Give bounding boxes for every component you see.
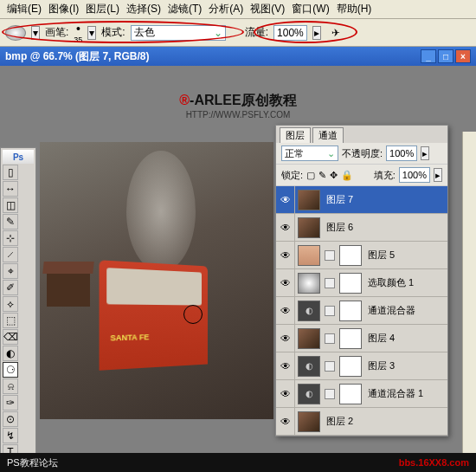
- link-icon: [325, 306, 335, 316]
- tool-button[interactable]: ◫: [3, 197, 18, 213]
- lock-pixels-icon[interactable]: ✎: [318, 170, 326, 181]
- menu-item[interactable]: 编辑(E): [3, 0, 45, 18]
- tool-button[interactable]: ↔: [3, 181, 18, 197]
- tab-layers[interactable]: 图层: [280, 127, 311, 143]
- layer-name[interactable]: 图层 3: [364, 359, 447, 372]
- tool-button[interactable]: ✐: [3, 280, 18, 295]
- visibility-toggle[interactable]: 👁: [276, 186, 295, 213]
- tool-button[interactable]: ⊹: [3, 230, 18, 246]
- tool-preset-dropdown[interactable]: ▾: [31, 26, 40, 40]
- layer-row[interactable]: 👁◐通道混合器: [276, 297, 447, 325]
- tool-button[interactable]: ⌖: [3, 263, 18, 279]
- visibility-toggle[interactable]: 👁: [276, 352, 295, 379]
- menu-item[interactable]: 帮助(H): [333, 0, 376, 18]
- tab-channels[interactable]: 通道: [312, 127, 344, 143]
- mode-select[interactable]: 去色 ⌄: [131, 25, 226, 41]
- layer-thumbnail[interactable]: [339, 384, 362, 404]
- layer-thumbnail[interactable]: ◐: [298, 301, 320, 321]
- layer-row[interactable]: 👁图层 7: [276, 186, 447, 214]
- tool-button[interactable]: ⍾: [3, 378, 18, 394]
- canvas-area: ®-ARLEE原创教程 HTTP://WWW.PSFLY.COM Ps ▯↔◫✎…: [0, 66, 476, 472]
- layer-thumbnail[interactable]: [298, 328, 320, 349]
- tool-button[interactable]: ⬚: [3, 313, 18, 328]
- fill-value: 100%: [402, 170, 427, 180]
- flow-input[interactable]: 100%: [273, 25, 307, 41]
- close-button[interactable]: ×: [455, 49, 471, 63]
- layer-row[interactable]: 👁图层 5: [276, 242, 447, 269]
- layer-name[interactable]: 图层 2: [323, 415, 447, 428]
- layer-name[interactable]: 图层 7: [323, 193, 447, 206]
- layer-name[interactable]: 图层 4: [364, 332, 447, 345]
- layer-name[interactable]: 通道混合器: [364, 304, 447, 317]
- layer-row[interactable]: 👁◐通道混合器 1: [276, 380, 447, 408]
- visibility-toggle[interactable]: 👁: [276, 269, 295, 296]
- menu-item[interactable]: 窗口(W): [288, 0, 332, 18]
- layer-name[interactable]: 图层 5: [364, 249, 447, 262]
- layer-row[interactable]: 👁图层 4: [276, 325, 447, 352]
- footer-site: bbs.16XX8.com: [399, 457, 469, 468]
- menu-item[interactable]: 滤镜(T): [164, 0, 205, 18]
- brush-picker-dropdown[interactable]: ▾: [87, 26, 96, 40]
- visibility-toggle[interactable]: 👁: [276, 242, 295, 268]
- tool-preset-icon[interactable]: [5, 25, 26, 41]
- menu-item[interactable]: 选择(S): [123, 0, 164, 18]
- tool-button[interactable]: ⊙: [3, 411, 18, 427]
- layer-thumbnail[interactable]: ◐: [298, 356, 320, 377]
- vertical-scrollbar[interactable]: [462, 132, 476, 453]
- lock-transparency-icon[interactable]: ▢: [306, 170, 315, 181]
- layer-name[interactable]: 选取颜色 1: [364, 276, 447, 289]
- layer-thumbnail[interactable]: [298, 190, 320, 210]
- layer-name[interactable]: 通道混合器 1: [364, 387, 447, 400]
- fill-dropdown[interactable]: ▸: [434, 168, 442, 182]
- document-canvas[interactable]: [40, 142, 273, 419]
- options-bar: ▾ 画笔: • 35 ▾ 模式: 去色 ⌄ 流量: 100% ▸ ✈: [0, 19, 476, 47]
- layer-thumbnail[interactable]: [339, 273, 362, 294]
- visibility-toggle[interactable]: 👁: [276, 380, 295, 407]
- tool-button[interactable]: ✑: [3, 395, 18, 411]
- layer-row[interactable]: 👁选取颜色 1: [276, 269, 447, 297]
- maximize-button[interactable]: □: [438, 49, 453, 63]
- tool-button[interactable]: ⟋: [3, 247, 18, 262]
- layer-row[interactable]: 👁图层 2: [276, 408, 447, 436]
- layer-thumbnail[interactable]: [298, 411, 320, 432]
- layer-name[interactable]: 图层 6: [323, 221, 447, 234]
- menu-item[interactable]: 图像(I): [45, 0, 82, 18]
- opacity-dropdown[interactable]: ▸: [421, 146, 429, 160]
- flow-dropdown[interactable]: ▸: [312, 26, 321, 40]
- panel-tabs: 图层 通道: [276, 126, 447, 143]
- lock-all-icon[interactable]: 🔒: [341, 170, 353, 181]
- layer-thumbnail[interactable]: ◐: [298, 384, 320, 404]
- blend-mode-select[interactable]: 正常 ⌄: [281, 145, 338, 161]
- visibility-toggle[interactable]: 👁: [276, 297, 295, 324]
- opacity-input[interactable]: 100%: [386, 145, 417, 161]
- blend-mode-value: 正常: [285, 147, 304, 160]
- visibility-toggle[interactable]: 👁: [276, 408, 295, 435]
- tool-button[interactable]: ◐: [3, 346, 18, 361]
- tool-button[interactable]: ⟡: [3, 296, 18, 312]
- airbrush-icon[interactable]: ✈: [331, 27, 340, 39]
- layer-thumbnail[interactable]: [298, 245, 320, 266]
- lock-position-icon[interactable]: ✥: [330, 170, 338, 181]
- layer-thumbnail[interactable]: [339, 245, 362, 266]
- layer-thumbnail[interactable]: [298, 273, 320, 294]
- tool-button[interactable]: ✎: [3, 214, 18, 230]
- minimize-button[interactable]: _: [421, 49, 436, 63]
- image-hut: [47, 272, 90, 307]
- visibility-toggle[interactable]: 👁: [276, 214, 295, 241]
- fill-input[interactable]: 100%: [399, 167, 430, 183]
- menu-item[interactable]: 图层(L): [82, 0, 123, 18]
- layer-row[interactable]: 👁◐图层 3: [276, 352, 447, 380]
- tool-button[interactable]: ↯: [3, 428, 18, 443]
- tool-button[interactable]: ▯: [3, 165, 18, 180]
- menu-item[interactable]: 视图(V): [247, 0, 288, 18]
- layer-thumbnail[interactable]: [298, 217, 320, 238]
- layer-thumbnail[interactable]: [339, 356, 362, 377]
- tool-button[interactable]: ⚆: [3, 362, 18, 378]
- menu-item[interactable]: 分析(A): [205, 0, 247, 18]
- layer-thumbnail[interactable]: [339, 301, 362, 321]
- brand-url: HTTP://WWW.PSFLY.COM: [0, 110, 476, 120]
- tool-button[interactable]: ⌫: [3, 329, 18, 345]
- visibility-toggle[interactable]: 👁: [276, 325, 295, 352]
- layer-row[interactable]: 👁图层 6: [276, 214, 447, 242]
- layer-thumbnail[interactable]: [339, 328, 362, 349]
